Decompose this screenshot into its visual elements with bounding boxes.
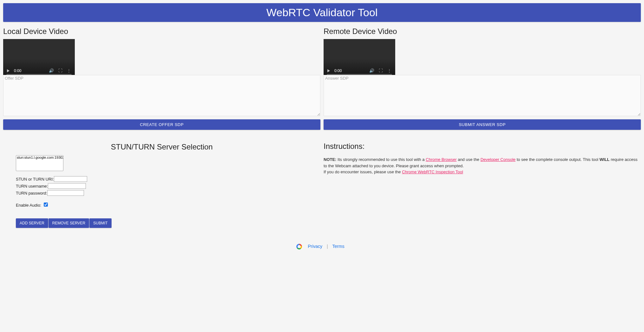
page-title: WebRTC Validator Tool xyxy=(3,3,641,22)
footer: Privacy | Terms xyxy=(3,244,641,249)
create-offer-sdp-button[interactable]: CREATE OFFER SDP xyxy=(3,119,320,130)
uri-label: STUN or TURN URI: xyxy=(16,177,54,182)
submit-servers-button[interactable]: SUBMIT xyxy=(89,218,111,228)
local-column: Local Device Video 0:00 🔊 ⛶ ⋮ CREATE OFF… xyxy=(3,27,320,228)
volume-icon[interactable]: 🔊 xyxy=(369,68,374,73)
add-server-button[interactable]: ADD SERVER xyxy=(16,218,48,228)
privacy-link[interactable]: Privacy xyxy=(308,244,322,249)
play-icon[interactable] xyxy=(327,69,330,72)
developer-console-link[interactable]: Developer Console xyxy=(480,157,516,162)
more-icon[interactable]: ⋮ xyxy=(67,68,71,73)
remote-video[interactable]: 0:00 🔊 ⛶ ⋮ xyxy=(324,39,395,75)
terms-link[interactable]: Terms xyxy=(332,244,345,249)
local-video[interactable]: 0:00 🔊 ⛶ ⋮ xyxy=(3,39,75,75)
turn-password-label: TURN password: xyxy=(16,191,47,196)
uri-input[interactable] xyxy=(54,176,87,182)
remove-server-button[interactable]: REMOVE SERVER xyxy=(48,218,89,228)
local-video-time: 0:00 xyxy=(14,69,21,73)
remote-video-time: 0:00 xyxy=(334,69,342,73)
server-selection-heading: STUN/TURN Server Selection xyxy=(3,143,320,151)
play-icon[interactable] xyxy=(7,69,10,72)
answer-sdp-textarea[interactable] xyxy=(324,75,641,116)
submit-answer-sdp-button[interactable]: SUBMIT ANSWER SDP xyxy=(324,119,641,130)
note-label: NOTE: xyxy=(324,157,336,162)
offer-sdp-textarea[interactable] xyxy=(3,75,320,116)
instructions-text: NOTE: Its strongly recommended to use th… xyxy=(324,156,641,175)
turn-username-input[interactable] xyxy=(48,183,86,189)
footer-divider: | xyxy=(327,244,328,249)
more-icon[interactable]: ⋮ xyxy=(387,68,391,73)
local-video-heading: Local Device Video xyxy=(3,27,320,36)
turn-username-label: TURN username: xyxy=(16,184,48,189)
instructions-heading: Instructions: xyxy=(324,142,641,151)
remote-video-heading: Remote Device Video xyxy=(324,27,641,36)
fullscreen-icon[interactable]: ⛶ xyxy=(379,68,383,73)
remote-column: Remote Device Video 0:00 🔊 ⛶ ⋮ SUBMIT AN… xyxy=(324,27,641,228)
webrtc-inspection-link[interactable]: Chrome WebRTC Inspection Tool xyxy=(402,169,463,174)
enable-audio-label: Enable Audio: xyxy=(16,203,41,208)
progress-track[interactable] xyxy=(327,74,392,75)
enable-audio-checkbox[interactable] xyxy=(44,203,48,207)
google-logo-icon xyxy=(296,244,302,249)
server-list[interactable]: stun:stun1.l.google.com:19302 xyxy=(16,155,63,171)
volume-icon[interactable]: 🔊 xyxy=(49,68,54,73)
progress-track[interactable] xyxy=(6,74,72,75)
chrome-browser-link[interactable]: Chrome Browser xyxy=(426,157,457,162)
fullscreen-icon[interactable]: ⛶ xyxy=(58,68,62,73)
server-option[interactable]: stun:stun1.l.google.com:19302 xyxy=(16,156,63,160)
turn-password-input[interactable] xyxy=(47,190,84,196)
